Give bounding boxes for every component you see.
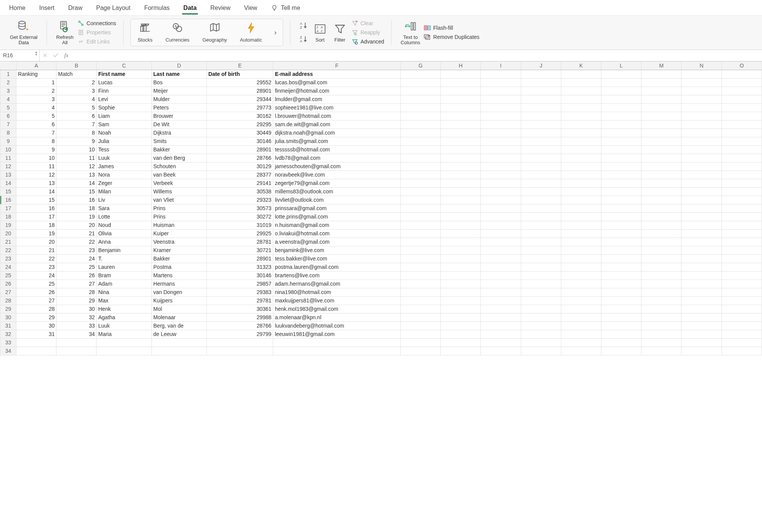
cell-D1[interactable]: Last name [151, 70, 206, 78]
cell-L24[interactable] [601, 263, 641, 271]
row-header[interactable]: 11 [0, 154, 16, 162]
cell-N34[interactable] [681, 347, 722, 355]
cell-K17[interactable] [561, 204, 601, 212]
cell-H7[interactable] [441, 120, 481, 129]
cell-F13[interactable]: noravbeek@live.com [273, 170, 401, 179]
ribbon-tab-view[interactable]: View [243, 2, 259, 15]
cell-A1[interactable]: Ranking [16, 70, 56, 78]
cell-M1[interactable] [641, 70, 681, 78]
cell-E25[interactable]: 30146 [207, 271, 273, 280]
cell-J11[interactable] [521, 154, 561, 162]
cell-B12[interactable]: 12 [56, 162, 97, 170]
cell-F7[interactable]: sam.de.wit@gmail.com [273, 120, 401, 129]
cell-O8[interactable] [722, 129, 762, 137]
cell-I1[interactable] [481, 70, 521, 78]
cell-I6[interactable] [481, 112, 521, 120]
cell-H26[interactable] [441, 280, 481, 288]
cell-B3[interactable]: 3 [56, 87, 97, 95]
cell-F5[interactable]: sophieee1981@live.com [273, 103, 401, 112]
cell-C27[interactable]: Nina [97, 288, 151, 296]
cell-N30[interactable] [681, 313, 722, 321]
cell-J31[interactable] [521, 321, 561, 330]
cell-B23[interactable]: 24 [56, 254, 97, 263]
cell-L1[interactable] [601, 70, 641, 78]
cell-M28[interactable] [641, 296, 681, 305]
cell-J23[interactable] [521, 254, 561, 263]
cell-A19[interactable]: 18 [16, 221, 56, 229]
cell-A18[interactable]: 17 [16, 212, 56, 221]
column-header-N[interactable]: N [681, 61, 722, 70]
cell-F14[interactable]: zegertje79@gmail.com [273, 179, 401, 187]
cell-B32[interactable]: 34 [56, 330, 97, 338]
cell-G6[interactable] [401, 112, 441, 120]
cell-A23[interactable]: 22 [16, 254, 56, 263]
cell-B31[interactable]: 33 [56, 321, 97, 330]
connections-button[interactable]: Connections [77, 20, 116, 27]
cell-A25[interactable]: 24 [16, 271, 56, 280]
cell-L17[interactable] [601, 204, 641, 212]
cell-I4[interactable] [481, 95, 521, 103]
cell-E18[interactable]: 30272 [207, 212, 273, 221]
cell-J1[interactable] [521, 70, 561, 78]
cell-K19[interactable] [561, 221, 601, 229]
column-header-K[interactable]: K [561, 61, 601, 70]
cell-L13[interactable] [601, 170, 641, 179]
cell-B14[interactable]: 14 [56, 179, 97, 187]
cell-F9[interactable]: julia.smits@gmail.com [273, 137, 401, 145]
row-header[interactable]: 30 [0, 313, 16, 321]
formula-input[interactable] [72, 50, 762, 61]
cell-L2[interactable] [601, 78, 641, 87]
cell-I20[interactable] [481, 229, 521, 238]
cell-B4[interactable]: 4 [56, 95, 97, 103]
cell-L5[interactable] [601, 103, 641, 112]
cell-C3[interactable]: Finn [97, 87, 151, 95]
cell-F31[interactable]: luukvandeberg@hotmail.com [273, 321, 401, 330]
cell-E29[interactable]: 30361 [207, 305, 273, 313]
column-header-B[interactable]: B [56, 61, 97, 70]
cell-F32[interactable]: leeuwin1981@gmail.com [273, 330, 401, 338]
cell-B9[interactable]: 9 [56, 137, 97, 145]
name-box[interactable]: R16 ▲▼ [0, 50, 40, 61]
cell-D17[interactable]: Prins [151, 204, 206, 212]
cell-E17[interactable]: 30573 [207, 204, 273, 212]
cell-I14[interactable] [481, 179, 521, 187]
cell-H30[interactable] [441, 313, 481, 321]
cell-A15[interactable]: 14 [16, 187, 56, 196]
cell-C18[interactable]: Lotte [97, 212, 151, 221]
cell-H14[interactable] [441, 179, 481, 187]
cell-D25[interactable]: Martens [151, 271, 206, 280]
cell-O13[interactable] [722, 170, 762, 179]
cell-M30[interactable] [641, 313, 681, 321]
cell-I28[interactable] [481, 296, 521, 305]
cell-F11[interactable]: lvdb78@gmail.com [273, 154, 401, 162]
row-header[interactable]: 19 [0, 221, 16, 229]
cell-H25[interactable] [441, 271, 481, 280]
cell-O21[interactable] [722, 238, 762, 246]
cell-G22[interactable] [401, 246, 441, 254]
cell-B30[interactable]: 32 [56, 313, 97, 321]
cell-M21[interactable] [641, 238, 681, 246]
cell-B21[interactable]: 22 [56, 238, 97, 246]
cell-F18[interactable]: lotte.prins@gmail.com [273, 212, 401, 221]
cell-H6[interactable] [441, 112, 481, 120]
cell-F25[interactable]: brartens@live.com [273, 271, 401, 280]
cell-E22[interactable]: 30721 [207, 246, 273, 254]
row-header[interactable]: 22 [0, 246, 16, 254]
cell-N31[interactable] [681, 321, 722, 330]
cell-A32[interactable]: 31 [16, 330, 56, 338]
cell-C34[interactable] [97, 347, 151, 355]
cell-N16[interactable] [681, 196, 722, 204]
cell-J33[interactable] [521, 338, 561, 347]
ribbon-tab-draw[interactable]: Draw [67, 2, 84, 15]
cell-G10[interactable] [401, 145, 441, 154]
cell-B8[interactable]: 8 [56, 129, 97, 137]
cell-H20[interactable] [441, 229, 481, 238]
cell-A22[interactable]: 21 [16, 246, 56, 254]
cell-C12[interactable]: James [97, 162, 151, 170]
cell-M14[interactable] [641, 179, 681, 187]
cell-B7[interactable]: 7 [56, 120, 97, 129]
cell-F1[interactable]: E-mail address [273, 70, 401, 78]
cell-N12[interactable] [681, 162, 722, 170]
cell-N25[interactable] [681, 271, 722, 280]
cell-G25[interactable] [401, 271, 441, 280]
